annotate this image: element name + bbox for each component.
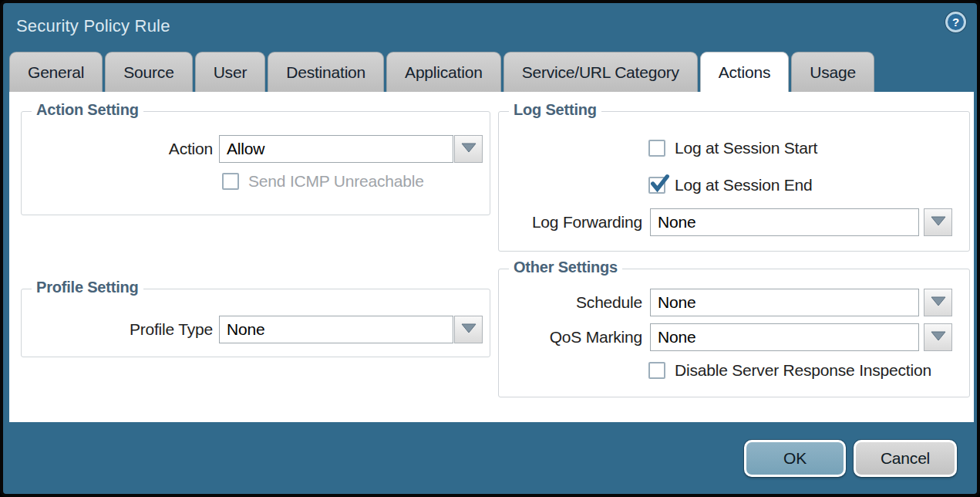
log-setting-legend: Log Setting bbox=[509, 101, 601, 119]
tab-bar: General Source User Destination Applicat… bbox=[9, 52, 874, 92]
log-session-start-checkbox[interactable] bbox=[648, 140, 665, 157]
chevron-down-icon bbox=[930, 296, 947, 310]
cancel-button[interactable]: Cancel bbox=[854, 440, 957, 477]
profile-type-dropdown-button[interactable] bbox=[454, 316, 483, 343]
qos-marking-dropdown-value[interactable]: None bbox=[650, 323, 919, 351]
chevron-down-icon bbox=[460, 142, 477, 157]
schedule-label: Schedule bbox=[485, 289, 642, 316]
help-icon[interactable]: ? bbox=[945, 12, 966, 32]
action-dropdown-value[interactable]: Allow bbox=[219, 135, 453, 163]
other-settings-legend: Other Settings bbox=[509, 259, 622, 276]
schedule-dropdown-button[interactable] bbox=[924, 289, 952, 316]
action-setting-group: Action Setting bbox=[21, 111, 490, 215]
log-session-end-label: Log at Session End bbox=[675, 176, 813, 194]
disable-server-response-inspection-label: Disable Server Response Inspection bbox=[675, 361, 931, 380]
qos-marking-label: QoS Marking bbox=[485, 323, 642, 351]
ok-button[interactable]: OK bbox=[744, 440, 846, 477]
action-dropdown-button[interactable] bbox=[454, 135, 483, 163]
tab-source[interactable]: Source bbox=[105, 52, 192, 92]
schedule-dropdown-value[interactable]: None bbox=[650, 289, 919, 316]
tab-usage[interactable]: Usage bbox=[791, 52, 874, 92]
tab-user[interactable]: User bbox=[195, 52, 266, 92]
disable-server-response-inspection-checkbox[interactable] bbox=[648, 362, 665, 379]
tab-application[interactable]: Application bbox=[386, 52, 501, 92]
log-session-start-label: Log at Session Start bbox=[675, 139, 817, 157]
security-policy-rule-dialog: Security Policy Rule ? General Source Us… bbox=[0, 0, 980, 497]
send-icmp-label: Send ICMP Unreachable bbox=[248, 172, 424, 191]
qos-marking-dropdown-button[interactable] bbox=[924, 323, 952, 351]
tab-service-url-category[interactable]: Service/URL Category bbox=[503, 52, 698, 92]
chevron-down-icon bbox=[930, 330, 947, 345]
chevron-down-icon bbox=[930, 215, 947, 230]
log-forwarding-dropdown-button[interactable] bbox=[924, 208, 952, 236]
send-icmp-checkbox bbox=[222, 173, 239, 190]
action-label: Action bbox=[56, 135, 213, 163]
checkmark-icon bbox=[649, 173, 671, 198]
log-forwarding-label: Log Forwarding bbox=[485, 208, 642, 236]
action-setting-legend: Action Setting bbox=[32, 101, 143, 119]
tab-content-actions: Action Setting Action Allow Send ICMP Un… bbox=[9, 92, 974, 422]
profile-type-dropdown-value[interactable]: None bbox=[219, 316, 453, 343]
tab-destination[interactable]: Destination bbox=[268, 52, 384, 92]
dialog-title: Security Policy Rule bbox=[16, 16, 170, 36]
chevron-down-icon bbox=[460, 323, 477, 337]
log-session-end-checkbox[interactable] bbox=[648, 177, 665, 194]
tab-actions[interactable]: Actions bbox=[700, 52, 789, 92]
profile-type-label: Profile Type bbox=[56, 316, 213, 343]
profile-setting-legend: Profile Setting bbox=[32, 279, 143, 296]
tab-general[interactable]: General bbox=[9, 52, 103, 92]
log-forwarding-dropdown-value[interactable]: None bbox=[650, 208, 919, 236]
